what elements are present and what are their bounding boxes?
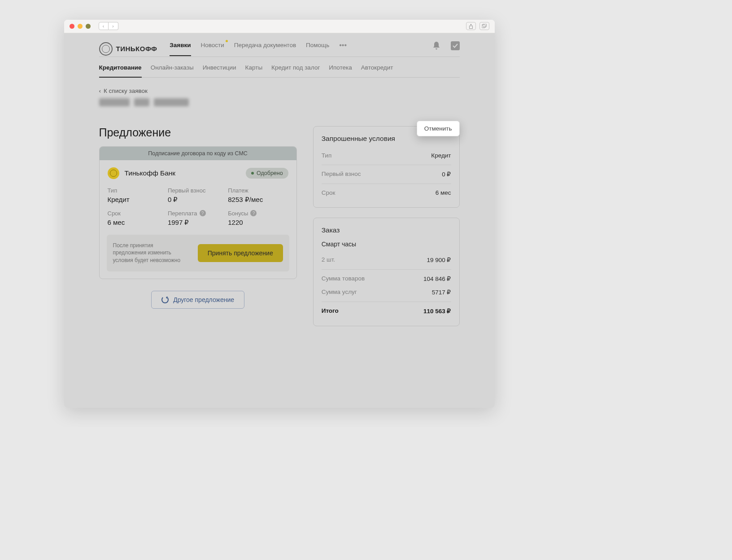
page-title: Предложение <box>99 126 297 139</box>
share-icon[interactable] <box>466 22 476 30</box>
nav-more-icon[interactable]: ••• <box>339 41 347 57</box>
order-title: Заказ <box>322 226 451 234</box>
bonus-value: 1220 <box>228 219 288 226</box>
sms-banner: Подписание договора по коду из СМС <box>100 147 296 160</box>
fwd-arrow-icon[interactable]: › <box>109 22 118 30</box>
payment-label: Платеж <box>228 187 288 194</box>
svg-rect-1 <box>483 24 487 27</box>
overpay-label: Переплата ? <box>168 210 228 217</box>
accept-offer-button[interactable]: Принять предложение <box>198 244 283 262</box>
back-arrow-icon[interactable]: ‹ <box>99 22 109 30</box>
subnav-autocredit[interactable]: Автокредит <box>361 64 393 77</box>
zoom-dot[interactable] <box>86 24 91 29</box>
brand-logo[interactable]: ТИНЬКОФФ <box>99 42 157 56</box>
brand-name: ТИНЬКОФФ <box>116 45 157 52</box>
help-icon[interactable]: ? <box>250 210 257 216</box>
term-value: 6 мес <box>108 219 168 226</box>
logo-icon <box>99 42 113 56</box>
subnav-investments[interactable]: Инвестиции <box>203 64 236 77</box>
order-item-name: Смарт часы <box>322 241 451 248</box>
subnav-cards[interactable]: Карты <box>245 64 262 77</box>
payment-value: 8253 ₽/мес <box>228 196 288 204</box>
titlebar: ‹ › <box>64 20 495 33</box>
bank-logo-icon <box>108 167 119 179</box>
traffic-lights <box>70 24 91 29</box>
nav-arrows: ‹ › <box>99 22 118 30</box>
cancel-button[interactable]: Отменить <box>417 121 460 136</box>
redacted-name <box>99 98 460 106</box>
back-link-label: К списку заявок <box>104 88 148 94</box>
status-badge: Одобрено <box>246 168 288 179</box>
first-payment-label: Первый взнос <box>168 187 228 194</box>
svg-rect-0 <box>482 25 485 28</box>
bank-name: Тинькофф Банк <box>125 169 176 177</box>
requested-conditions-card: Запрошенные условия ТипКредит Первый взн… <box>313 126 460 208</box>
offer-card: Подписание договора по коду из СМС Тиньк… <box>99 146 297 279</box>
bonus-label: Бонусы ? <box>228 210 288 217</box>
subnav-credit[interactable]: Кредитование <box>99 64 142 77</box>
other-offer-label: Другое предложение <box>173 296 234 303</box>
subnav-mortgage[interactable]: Ипотека <box>329 64 352 77</box>
back-to-list-link[interactable]: ‹ К списку заявок <box>99 88 148 94</box>
overpay-value: 1997 ₽ <box>168 219 228 227</box>
term-label: Срок <box>108 210 168 217</box>
nav-help[interactable]: Помощь <box>306 42 329 56</box>
help-icon[interactable]: ? <box>200 210 206 216</box>
minimize-dot[interactable] <box>78 24 83 29</box>
type-label: Тип <box>108 187 168 194</box>
close-dot[interactable] <box>70 24 74 29</box>
browser-window: ‹ › ТИНЬКОФФ Заявки Новости Передача док… <box>64 20 495 408</box>
top-nav: ТИНЬКОФФ Заявки Новости Передача докумен… <box>99 33 460 57</box>
accept-warning: После принятия предложения изменить усло… <box>113 242 187 264</box>
subnav-online-orders[interactable]: Онлайн-заказы <box>151 64 194 77</box>
nav-applications[interactable]: Заявки <box>170 42 191 56</box>
type-value: Кредит <box>108 196 168 203</box>
tabs-icon[interactable] <box>479 22 489 30</box>
chevron-left-icon: ‹ <box>99 88 101 94</box>
order-card: Заказ Смарт часы 2 шт.19 900 ₽ Сумма тов… <box>313 218 460 326</box>
other-offer-button[interactable]: Другое предложение <box>151 291 244 309</box>
first-payment-value: 0 ₽ <box>168 196 228 204</box>
nav-news[interactable]: Новости <box>201 42 224 56</box>
checkbox-icon[interactable] <box>451 41 460 50</box>
refresh-icon <box>161 296 169 303</box>
nav-documents[interactable]: Передача документов <box>234 42 296 56</box>
bell-icon[interactable] <box>433 42 440 50</box>
subnav-secured-credit[interactable]: Кредит под залог <box>271 64 320 77</box>
sub-nav: Кредитование Онлайн-заказы Инвестиции Ка… <box>99 57 460 78</box>
